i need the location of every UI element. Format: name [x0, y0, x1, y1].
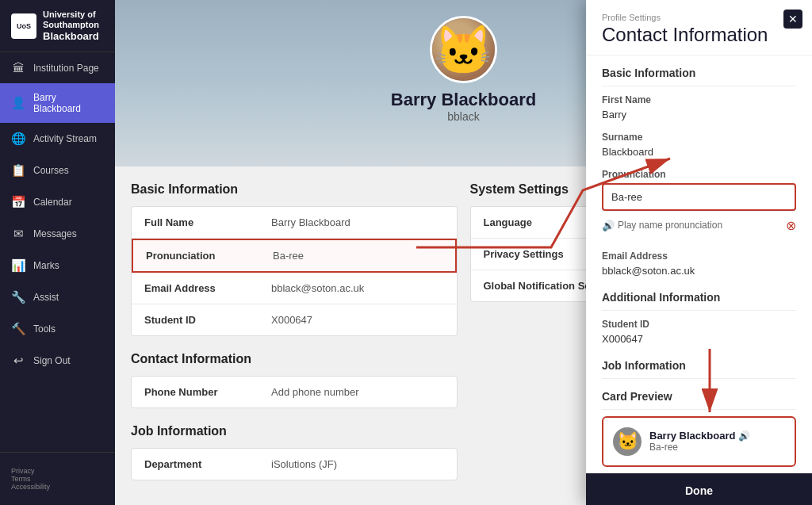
fullname-value: Barry Blackboard: [271, 216, 350, 228]
tools-icon: 🔨: [11, 322, 25, 336]
messages-icon: ✉: [11, 227, 25, 241]
department-row: Department iSolutions (JF): [132, 449, 457, 480]
sidebar-item-label: Tools: [33, 323, 56, 335]
avatar: [430, 16, 497, 83]
sidebar-item-label: Calendar: [33, 197, 72, 208]
play-label-text: Play name pronunciation: [618, 220, 722, 231]
speaker-icon: 🔊: [602, 220, 615, 231]
activity-icon: 🌐: [11, 132, 25, 146]
sidebar-item-label: Institution Page: [33, 63, 99, 74]
job-info-table: Department iSolutions (JF): [131, 448, 458, 480]
phone-value: Add phone number: [271, 386, 359, 398]
card-speaker-icon: 🔊: [738, 430, 750, 442]
card-info: Barry Blackboard 🔊 Ba-ree: [649, 430, 750, 453]
contact-info-title: Contact Information: [131, 352, 458, 366]
marks-icon: 📊: [11, 258, 25, 273]
panel-job-info-title: Job Information: [602, 348, 796, 379]
calendar-icon: 📅: [11, 195, 25, 209]
studentid-row: Student ID X000647: [132, 304, 457, 335]
pronunciation-field: Pronunciation 🔊 Play name pronunciation …: [602, 161, 796, 243]
sidebar-item-messages[interactable]: ✉ Messages: [0, 218, 115, 250]
studentid-panel-label: Student ID: [602, 319, 796, 330]
sidebar-item-assist[interactable]: 🔧 Assist: [0, 281, 115, 313]
sidebar-item-barry[interactable]: 👤 Barry Blackboard: [0, 83, 115, 123]
profile-username: bblack: [447, 110, 479, 123]
sidebar-item-signout[interactable]: ↩ Sign Out: [0, 345, 115, 377]
avatar-image: [432, 18, 495, 81]
sidebar-item-label: Courses: [33, 165, 69, 176]
panel-header: Profile Settings Contact Information ✕: [586, 0, 812, 55]
studentid-panel-field: Student ID X000647: [602, 311, 796, 348]
sidebar-item-label: Marks: [33, 260, 59, 271]
contact-info-table: Phone Number Add phone number: [131, 376, 458, 408]
sidebar-nav: 🏛 Institution Page 👤 Barry Blackboard 🌐 …: [0, 52, 115, 452]
signout-icon: ↩: [11, 354, 25, 368]
sidebar-item-activity[interactable]: 🌐 Activity Stream: [0, 123, 115, 155]
sidebar: UoS University of Southampton Blackboard…: [0, 0, 115, 505]
email-row: Email Address bblack@soton.ac.uk: [132, 273, 457, 304]
clear-pronunciation-icon[interactable]: ⊗: [786, 218, 796, 233]
panel-card-preview-title: Card Preview: [602, 379, 796, 410]
sidebar-item-calendar[interactable]: 📅 Calendar: [0, 186, 115, 218]
brand-name: Blackboard: [43, 30, 104, 42]
surname-value: Blackboard: [602, 146, 796, 158]
panel-basic-info-title: Basic Information: [602, 55, 796, 86]
pronunciation-panel-label: Pronunciation: [602, 169, 796, 180]
contact-info-panel: Profile Settings Contact Information ✕ B…: [586, 0, 812, 505]
sidebar-item-label: Activity Stream: [33, 133, 97, 144]
card-name: Barry Blackboard 🔊: [649, 430, 750, 442]
privacy-link[interactable]: Privacy: [11, 467, 104, 475]
sidebar-item-label: Assist: [33, 292, 59, 303]
pronunciation-label: Pronunciation: [146, 250, 273, 262]
card-preview-box: 🐱 Barry Blackboard 🔊 Ba-ree: [602, 416, 796, 467]
sidebar-item-label: Barry Blackboard: [33, 92, 104, 114]
courses-icon: 📋: [11, 163, 25, 178]
email-label: Email Address: [144, 282, 271, 294]
first-name-field: First Name Barry: [602, 86, 796, 124]
studentid-value: X000647: [271, 314, 312, 326]
basic-info-title: Basic Information: [131, 182, 458, 197]
sidebar-item-label: Messages: [33, 228, 77, 239]
card-avatar: 🐱: [613, 427, 642, 456]
assist-icon: 🔧: [11, 290, 25, 304]
department-label: Department: [144, 458, 271, 470]
card-pronunciation: Ba-ree: [649, 442, 750, 453]
first-name-label: First Name: [602, 94, 796, 105]
pronunciation-row: Pronunciation Ba-ree: [132, 239, 457, 273]
sidebar-item-label: Sign Out: [33, 355, 71, 366]
panel-close-button[interactable]: ✕: [783, 10, 802, 29]
surname-label: Surname: [602, 132, 796, 143]
studentid-label: Student ID: [144, 314, 271, 326]
sidebar-item-courses[interactable]: 📋 Courses: [0, 155, 115, 186]
pronunciation-input[interactable]: [605, 186, 793, 208]
sidebar-item-institution[interactable]: 🏛 Institution Page: [0, 52, 115, 83]
terms-link[interactable]: Terms: [11, 475, 104, 483]
done-button[interactable]: Done: [586, 473, 812, 505]
profile-name: Barry Blackboard: [391, 90, 536, 110]
phone-label: Phone Number: [144, 386, 271, 398]
pronunciation-input-wrapper: [602, 183, 796, 211]
phone-row: Phone Number Add phone number: [132, 377, 457, 407]
sidebar-logo: UoS University of Southampton Blackboard: [0, 0, 115, 52]
email-panel-field: Email Address bblack@soton.ac.uk: [602, 243, 796, 280]
main-content: Barry Blackboard bblack Basic Informatio…: [115, 0, 812, 505]
close-icon: ✕: [788, 13, 798, 25]
sidebar-item-marks[interactable]: 📊 Marks: [0, 250, 115, 281]
email-panel-value: bblack@soton.ac.uk: [602, 265, 796, 277]
sidebar-item-tools[interactable]: 🔨 Tools: [0, 313, 115, 345]
email-panel-label: Email Address: [602, 251, 796, 262]
panel-title: Contact Information: [602, 24, 796, 47]
pronunciation-play-row: 🔊 Play name pronunciation ⊗: [602, 211, 796, 239]
panel-body: Basic Information First Name Barry Surna…: [586, 55, 812, 473]
panel-settings-label: Profile Settings: [602, 13, 796, 22]
job-info-title: Job Information: [131, 424, 458, 438]
play-pronunciation-label[interactable]: 🔊 Play name pronunciation: [602, 220, 722, 231]
department-value: iSolutions (JF): [271, 458, 337, 470]
basic-info-table: Full Name Barry Blackboard Pronunciation…: [131, 206, 458, 336]
card-name-text: Barry Blackboard: [649, 430, 735, 442]
logo-icon: UoS: [11, 13, 36, 39]
surname-field: Surname Blackboard: [602, 124, 796, 161]
fullname-label: Full Name: [144, 216, 271, 228]
accessibility-link[interactable]: Accessibility: [11, 483, 104, 491]
pronunciation-value: Ba-ree: [273, 250, 304, 262]
